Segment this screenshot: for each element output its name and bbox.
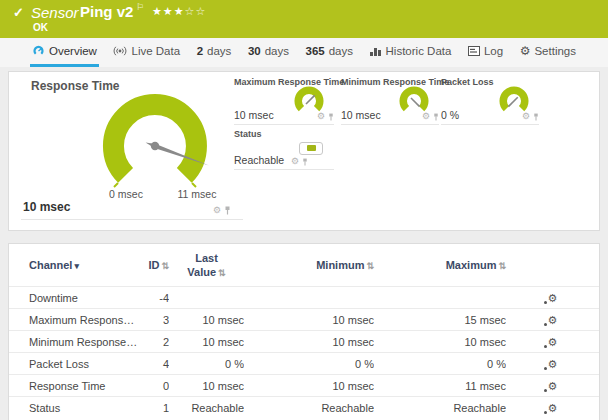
cell-last-value: 10 msec	[169, 331, 244, 353]
channel-settings-icon[interactable]: ⚙	[548, 359, 558, 370]
cell-id: 0	[139, 375, 169, 397]
gear-icon[interactable]: ⚙	[522, 112, 530, 121]
tab-label: Overview	[49, 45, 97, 57]
object-kind-label: Sensor	[31, 4, 79, 21]
sort-desc-icon: ▾	[74, 261, 79, 271]
cell-maximum: 10 msec	[374, 331, 506, 353]
channel-settings-icon[interactable]: ⚙	[548, 337, 558, 348]
cell-minimum: 0 %	[244, 353, 374, 375]
tab-live-data[interactable]: Live Data	[111, 38, 182, 64]
cell-minimum: 10 msec	[244, 331, 374, 353]
cell-id: 2	[139, 331, 169, 353]
panel-corner-icons: ⚙	[291, 157, 308, 166]
cell-channel: Minimum Response Time	[9, 331, 139, 353]
pin-icon[interactable]	[533, 113, 539, 121]
column-header-maximum[interactable]: Maximum⇅	[374, 244, 506, 287]
gauge-value: 0 %	[441, 109, 459, 121]
pin-icon[interactable]	[328, 113, 334, 121]
table-row: Maximum Response Ti... 3 10 msec 10 msec…	[9, 309, 599, 331]
tab-historic-data[interactable]: Historic Data	[368, 38, 454, 64]
tab-365-days[interactable]: 365 days	[304, 38, 355, 64]
status-indicator	[299, 142, 323, 155]
overview-gauges-panel: Response Time 0 msec 11 msec 10 msec ⚙ M…	[8, 71, 600, 231]
channel-settings-icon[interactable]: ⚙	[548, 293, 558, 304]
cell-id: -4	[139, 287, 169, 309]
dot	[544, 323, 547, 326]
stars-empty[interactable]: ☆☆	[185, 5, 207, 17]
pin-icon[interactable]	[433, 113, 439, 121]
table-header-row: Channel▾ ID⇅ Last Value⇅ Minimum⇅ Maximu…	[9, 244, 599, 287]
channel-settings-icon[interactable]: ⚙	[548, 403, 558, 414]
column-header-id[interactable]: ID⇅	[139, 244, 169, 287]
status-check-icon: ✓	[13, 5, 24, 20]
tab-log[interactable]: Log	[466, 38, 505, 64]
stars-filled[interactable]: ★★★	[152, 5, 185, 17]
column-header-actions	[506, 244, 599, 287]
channel-settings-icon[interactable]: ⚙	[548, 381, 558, 392]
pin-icon[interactable]	[302, 158, 308, 166]
gauge-icon	[32, 45, 45, 57]
cell-channel: Downtime	[9, 287, 139, 309]
channels-table: Channel▾ ID⇅ Last Value⇅ Minimum⇅ Maximu…	[9, 244, 599, 418]
gear-icon[interactable]: ⚙	[317, 112, 325, 121]
priority-stars[interactable]: ★★★☆☆	[152, 5, 206, 18]
cell-last-value: Reachable	[169, 397, 244, 419]
prtg-sensor-page: ✓ Sensor Ping v2 ⚐ ★★★☆☆ OK Overview Liv…	[0, 0, 608, 420]
cell-id: 4	[139, 353, 169, 375]
tab-label: Live Data	[131, 45, 180, 57]
log-list-icon	[468, 46, 480, 56]
sort-icon: ⇅	[498, 261, 506, 271]
gauge-value: 10 msec	[234, 109, 274, 121]
tab-2-days[interactable]: 2 days	[195, 38, 234, 64]
status-led-green	[307, 145, 316, 151]
panel-corner-icons: ⚙	[213, 206, 231, 215]
cell-minimum: 10 msec	[244, 309, 374, 331]
status-panel: Status Reachable ⚙	[234, 129, 334, 170]
gear-icon: ⚙	[520, 45, 531, 57]
dot	[544, 301, 547, 304]
gear-icon[interactable]: ⚙	[213, 206, 221, 215]
panel-corner-icons: ⚙	[317, 112, 334, 121]
cell-maximum: 15 msec	[374, 309, 506, 331]
tab-number: 30	[248, 45, 261, 57]
gear-icon[interactable]: ⚙	[291, 157, 299, 166]
priority-flag-icon[interactable]: ⚐	[136, 2, 144, 12]
cell-minimum: 10 msec	[244, 375, 374, 397]
minimum-response-time-panel: Minimum Response Time 10 msec ⚙	[341, 77, 439, 125]
gauge-title: Minimum Response Time	[341, 77, 449, 87]
column-header-channel[interactable]: Channel▾	[9, 244, 139, 287]
dot	[544, 367, 547, 370]
cell-maximum: 0 %	[374, 353, 506, 375]
table-row: Response Time 0 10 msec 10 msec 11 msec …	[9, 375, 599, 397]
gear-icon[interactable]: ⚙	[422, 112, 430, 121]
pin-icon[interactable]	[224, 206, 231, 215]
gauge-value: 10 msec	[341, 109, 381, 121]
cell-channel: Response Time	[9, 375, 139, 397]
tab-label: Historic Data	[386, 45, 452, 57]
tab-overview[interactable]: Overview	[30, 38, 99, 67]
tab-label: Log	[484, 45, 503, 57]
bar-chart-icon	[370, 46, 382, 56]
cell-channel: Status	[9, 397, 139, 419]
sensor-header: ✓ Sensor Ping v2 ⚐ ★★★☆☆ OK	[0, 0, 608, 38]
cell-channel: Packet Loss	[9, 353, 139, 375]
sort-icon: ⇅	[161, 261, 169, 271]
dot	[544, 411, 547, 414]
tab-number: 365	[306, 45, 325, 57]
column-header-last-value[interactable]: Last Value⇅	[169, 244, 244, 287]
live-signal-icon	[113, 46, 127, 56]
channel-settings-icon[interactable]: ⚙	[548, 315, 558, 326]
tab-30-days[interactable]: 30 days	[246, 38, 291, 64]
table-row: Minimum Response Time 2 10 msec 10 msec …	[9, 331, 599, 353]
sort-icon: ⇅	[366, 261, 374, 271]
table-row: Status 1 Reachable Reachable Reachable ⚙	[9, 397, 599, 419]
tab-number: 2	[197, 45, 203, 57]
tab-label: days	[265, 45, 289, 57]
channels-table-panel: Channel▾ ID⇅ Last Value⇅ Minimum⇅ Maximu…	[8, 243, 600, 420]
cell-last-value: 0 %	[169, 353, 244, 375]
cell-last-value: 10 msec	[169, 375, 244, 397]
sensor-title: Ping v2	[80, 3, 133, 20]
column-header-minimum[interactable]: Minimum⇅	[244, 244, 374, 287]
tab-label: days	[329, 45, 353, 57]
tab-settings[interactable]: ⚙ Settings	[518, 38, 578, 64]
